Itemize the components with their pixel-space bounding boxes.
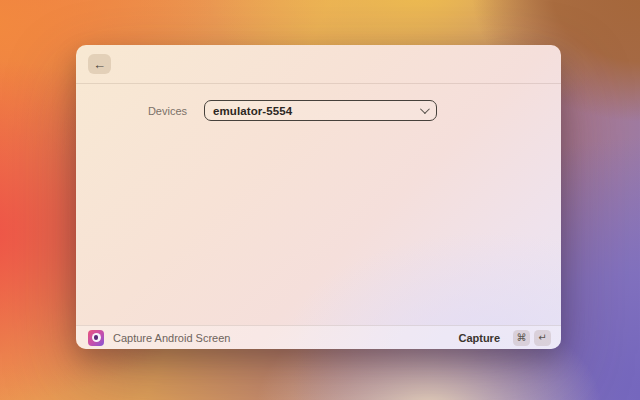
back-arrow-icon: ←: [93, 58, 106, 71]
camera-lens-icon: [92, 333, 101, 342]
capture-button[interactable]: Capture ⌘ ↵: [458, 330, 551, 346]
devices-label: Devices: [76, 105, 187, 117]
window-header: ←: [76, 45, 561, 84]
app-name: Capture Android Screen: [113, 332, 230, 344]
window-footer: Capture Android Screen Capture ⌘ ↵: [76, 325, 561, 349]
raycast-window: ← Devices emulator-5554 Capture Android …: [76, 45, 561, 349]
device-dropdown-value: emulator-5554: [213, 105, 292, 117]
chevron-down-icon: [420, 104, 430, 114]
device-dropdown[interactable]: emulator-5554: [204, 100, 437, 121]
window-content: Devices emulator-5554: [76, 84, 561, 325]
camera-lens-dot: [94, 335, 99, 340]
capture-button-label: Capture: [458, 332, 500, 344]
capture-android-screen-icon: [88, 330, 104, 346]
back-button[interactable]: ←: [88, 54, 111, 74]
devices-form-row: Devices emulator-5554: [76, 100, 561, 121]
return-key-icon: ↵: [534, 330, 551, 346]
desktop-background: ← Devices emulator-5554 Capture Android …: [0, 0, 640, 400]
command-key-icon: ⌘: [513, 330, 530, 346]
